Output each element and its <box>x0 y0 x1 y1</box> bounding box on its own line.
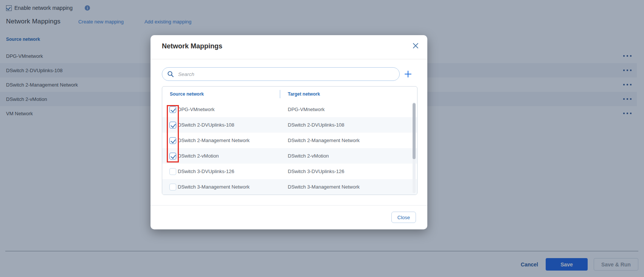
mappings-table: Source network Target network DPG-VMnetw… <box>162 86 417 195</box>
dialog-header-divider <box>151 59 427 59</box>
target-network-name: DSwitch 2-DVUplinks-108 <box>280 122 345 128</box>
source-network-name: DSwitch 2-DVUplinks-108 <box>178 122 234 128</box>
source-network-name: DSwitch 2-vMotion <box>178 153 219 159</box>
table-row[interactable]: DSwitch 2-vMotion DSwitch 2-vMotion <box>162 148 417 164</box>
table-header-row: Source network Target network <box>162 87 417 102</box>
row-checkbox[interactable] <box>169 168 176 175</box>
dialog-title: Network Mappings <box>162 42 222 50</box>
table-row[interactable]: DSwitch 3-DVUplinks-126 DSwitch 3-DVUpli… <box>162 164 417 179</box>
source-cell: DSwitch 2-Management Network <box>162 137 280 144</box>
table-body: DPG-VMnetwork DPG-VMnetwork DSwitch 2-DV… <box>162 102 417 195</box>
source-cell: DSwitch 3-DVUplinks-126 <box>162 168 280 175</box>
add-mapping-plus-icon[interactable] <box>404 70 412 78</box>
table-row[interactable]: DSwitch 3-Management Network DSwitch 3-M… <box>162 179 417 195</box>
target-network-name: DSwitch 2-Management Network <box>280 138 360 143</box>
source-cell: DSwitch 3-Management Network <box>162 184 280 190</box>
search-box <box>162 67 400 81</box>
column-header-target: Target network <box>280 90 320 98</box>
network-mappings-dialog: Network Mappings Source network Target n… <box>151 35 427 229</box>
table-row[interactable]: DSwitch 2-Management Network DSwitch 2-M… <box>162 133 417 148</box>
source-network-name: DSwitch 3-Management Network <box>178 184 250 190</box>
source-cell: DSwitch 2-DVUplinks-108 <box>162 122 280 128</box>
row-checkbox[interactable] <box>169 184 176 190</box>
row-checkbox[interactable] <box>169 137 176 144</box>
target-network-name: DSwitch 3-Management Network <box>280 184 360 190</box>
target-network-name: DSwitch 2-vMotion <box>280 153 329 159</box>
source-network-name: DSwitch 2-Management Network <box>178 138 250 143</box>
dialog-footer-divider <box>151 205 427 206</box>
row-checkbox[interactable] <box>169 122 176 128</box>
row-checkbox[interactable] <box>169 106 176 113</box>
table-row[interactable]: DSwitch 2-DVUplinks-108 DSwitch 2-DVUpli… <box>162 117 417 133</box>
target-network-name: DSwitch 3-DVUplinks-126 <box>280 169 345 174</box>
source-network-name: DPG-VMnetwork <box>178 107 215 112</box>
close-button[interactable]: Close <box>391 212 416 223</box>
row-checkbox[interactable] <box>169 153 176 159</box>
table-row[interactable]: DPG-VMnetwork DPG-VMnetwork <box>162 102 417 117</box>
scrollbar-thumb[interactable] <box>413 103 416 159</box>
table-scrollbar <box>413 102 416 193</box>
search-input[interactable] <box>162 67 400 81</box>
source-cell: DSwitch 2-vMotion <box>162 153 280 159</box>
column-header-source: Source network <box>162 91 280 97</box>
target-network-name: DPG-VMnetwork <box>280 107 325 112</box>
close-icon[interactable] <box>412 42 419 49</box>
source-cell: DPG-VMnetwork <box>162 106 280 113</box>
source-network-name: DSwitch 3-DVUplinks-126 <box>178 169 234 174</box>
